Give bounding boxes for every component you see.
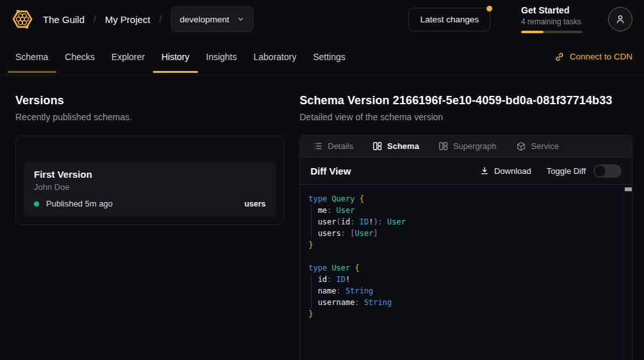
chevron-down-icon <box>237 15 245 23</box>
detail-tab-schema[interactable]: Schema <box>373 141 419 151</box>
indent-guide <box>311 297 312 308</box>
code-line: username: String <box>309 297 615 308</box>
schema-version-subtitle: Detailed view of the schema version <box>300 112 632 122</box>
download-button[interactable]: Download <box>480 166 531 176</box>
nav-tab-label: Explorer <box>111 52 145 62</box>
breadcrumb-separator: / <box>93 14 96 24</box>
notification-dot <box>487 6 492 12</box>
schema-detail-panel: DetailsSchemaSupergraphService Diff View… <box>300 135 632 360</box>
get-started-subtitle: 4 remaining tasks <box>521 17 583 26</box>
nav-tab-settings[interactable]: Settings <box>305 38 354 75</box>
code-line: } <box>309 308 615 320</box>
get-started-widget[interactable]: Get Started 4 remaining tasks <box>521 5 583 33</box>
code-line: name: String <box>309 285 615 297</box>
breadcrumb: The Guild / My Project / <box>43 14 162 25</box>
nav-tab-label: Settings <box>313 52 346 62</box>
diff-actions: Download Toggle Diff <box>480 164 622 178</box>
code-line: user(id: ID!): User <box>309 216 615 228</box>
version-detail-column: Schema Version 2166196f-5e10-4059-bd0a-0… <box>300 94 632 360</box>
nav-tab-label: Checks <box>65 52 95 62</box>
breadcrumb-project[interactable]: My Project <box>105 14 150 25</box>
diff-view-header: Diff View Download Toggle Diff <box>300 157 632 185</box>
versions-column: Versions Recently published schemas. Fir… <box>15 94 284 360</box>
breadcrumb-org[interactable]: The Guild <box>43 14 85 25</box>
toggle-diff-label: Toggle Diff <box>547 166 586 176</box>
app-header: The Guild / My Project / development Lat… <box>0 0 644 38</box>
columns-icon <box>373 141 382 151</box>
nav-tab-label: Schema <box>15 52 48 62</box>
get-started-progress-fill <box>521 31 543 33</box>
indent-guide <box>311 274 312 285</box>
schema-version-title: Schema Version 2166196f-5e10-4059-bd0a-0… <box>300 94 632 107</box>
published-status-dot <box>34 201 39 207</box>
indent-guide <box>311 228 312 239</box>
nav-tab-schema[interactable]: Schema <box>8 38 56 75</box>
nav-tab-history[interactable]: History <box>153 38 198 75</box>
latest-changes-label: Latest changes <box>420 15 479 24</box>
code-content: type Query {me: Useruser(id: ID!): Useru… <box>309 193 615 320</box>
toggle-diff-group: Toggle Diff <box>547 164 622 178</box>
connect-to-cdn-label: Connect to CDN <box>570 52 632 61</box>
indent-guide <box>311 205 312 216</box>
detail-tab-label: Service <box>531 141 559 151</box>
code-line: } <box>309 239 615 251</box>
person-icon <box>615 14 625 24</box>
download-icon <box>480 166 489 175</box>
guild-logo-icon[interactable] <box>12 8 33 30</box>
nav-tab-checks[interactable]: Checks <box>56 38 103 75</box>
breadcrumb-separator: / <box>159 14 162 24</box>
code-line: users: [User] <box>309 228 615 239</box>
main-content: Versions Recently published schemas. Fir… <box>0 75 644 360</box>
code-line: id: ID! <box>309 274 615 285</box>
code-scrollbar-thumb[interactable] <box>625 187 632 191</box>
target-selector[interactable]: development <box>171 6 254 32</box>
version-author: John Doe <box>34 182 266 192</box>
connect-to-cdn-link[interactable]: Connect to CDN <box>554 38 632 75</box>
target-selector-value: development <box>180 15 229 24</box>
indent-guide <box>311 285 312 297</box>
nav-tab-insights[interactable]: Insights <box>198 38 245 75</box>
versions-title: Versions <box>15 94 284 107</box>
code-line: type User { <box>309 262 615 274</box>
detail-tab-label: Schema <box>387 141 419 151</box>
nav-tab-laboratory[interactable]: Laboratory <box>245 38 305 75</box>
link-icon <box>554 52 565 62</box>
detail-tab-supergraph[interactable]: Supergraph <box>439 141 497 151</box>
detail-tab-details[interactable]: Details <box>313 141 353 151</box>
detail-tabs: DetailsSchemaSupergraphService <box>300 136 632 157</box>
code-line: type Query { <box>309 193 615 205</box>
latest-changes-button[interactable]: Latest changes <box>408 8 490 31</box>
nav-tab-explorer[interactable]: Explorer <box>103 38 153 75</box>
detail-tab-label: Supergraph <box>453 141 497 151</box>
versions-list-card: First VersionJohn DoePublished 5m agouse… <box>15 136 284 225</box>
diff-view-title: Diff View <box>310 166 351 176</box>
download-label: Download <box>494 166 531 176</box>
version-list-item[interactable]: First VersionJohn DoePublished 5m agouse… <box>24 162 276 217</box>
nav-tab-label: History <box>161 52 189 62</box>
get-started-progress-bar <box>521 31 583 33</box>
nav-tabs: SchemaChecksExplorerHistoryInsightsLabor… <box>15 38 354 75</box>
detail-tab-label: Details <box>328 141 353 151</box>
header-right: Latest changes Get Started 4 remaining t… <box>408 5 632 33</box>
cube-icon <box>516 141 526 152</box>
code-line <box>309 251 615 262</box>
user-avatar[interactable] <box>608 7 632 31</box>
columns-icon <box>439 141 448 151</box>
code-scrollbar[interactable] <box>624 185 632 360</box>
schema-code-viewer: type Query {me: Useruser(id: ID!): Useru… <box>300 185 632 360</box>
version-name: First Version <box>34 169 266 180</box>
toggle-diff-switch[interactable] <box>593 164 622 178</box>
detail-tab-service[interactable]: Service <box>516 141 559 152</box>
main-nav: SchemaChecksExplorerHistoryInsightsLabor… <box>0 38 644 75</box>
indent-guide <box>311 216 312 228</box>
code-line: me: User <box>309 205 615 216</box>
get-started-title: Get Started <box>521 5 583 15</box>
toggle-knob <box>595 166 606 176</box>
nav-tab-label: Insights <box>206 52 237 62</box>
versions-subtitle: Recently published schemas. <box>15 112 284 122</box>
list-icon <box>313 141 323 151</box>
version-status: Published 5m ago <box>46 199 113 208</box>
version-meta: Published 5m agousers <box>34 199 266 208</box>
service-badge: users <box>245 200 266 208</box>
nav-tab-label: Laboratory <box>254 52 296 62</box>
